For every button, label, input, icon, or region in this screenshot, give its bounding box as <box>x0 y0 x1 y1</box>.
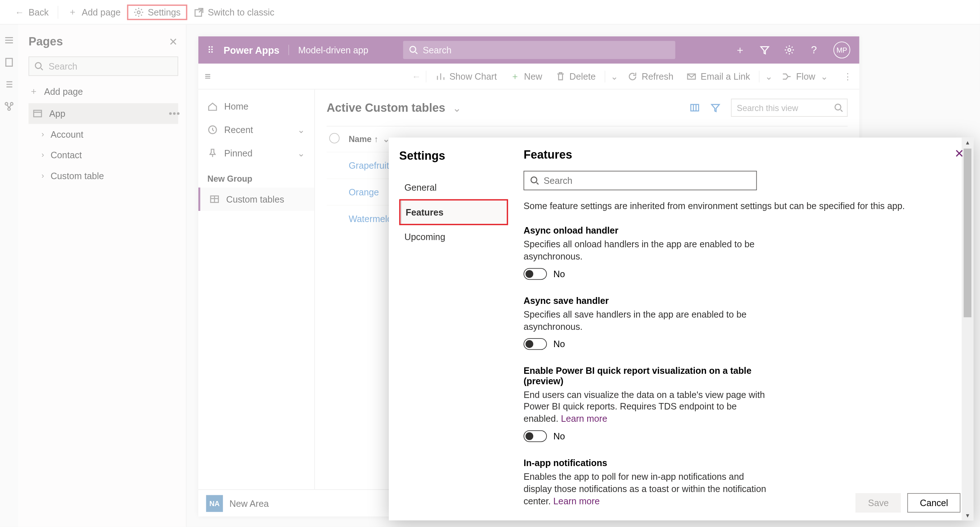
feature-toggle[interactable]: No <box>523 430 770 442</box>
feature-desc: Specifies all save handlers in the app a… <box>523 308 770 333</box>
settings-nav-general[interactable]: General <box>399 176 508 199</box>
scroll-up-icon[interactable]: ▴ <box>966 139 969 146</box>
feature-in-app-notifications: In-app notifications Enables the app to … <box>523 457 770 507</box>
settings-content-title: Features <box>523 148 940 161</box>
scroll-down-icon[interactable]: ▾ <box>966 512 969 519</box>
toggle-value: No <box>554 431 565 442</box>
close-dialog-button[interactable]: ✕ <box>955 147 964 161</box>
settings-nav: Settings General Features Upcoming <box>389 138 508 521</box>
settings-nav-upcoming[interactable]: Upcoming <box>399 225 508 249</box>
save-button: Save <box>856 493 901 513</box>
feature-desc: Specifies all onload handlers in the app… <box>523 238 770 263</box>
feature-powerbi-quick-report: Enable Power BI quick report visualizati… <box>523 365 770 442</box>
feature-toggle[interactable]: No <box>523 338 770 349</box>
feature-async-save: Async save handler Specifies all save ha… <box>523 295 770 350</box>
cancel-button[interactable]: Cancel <box>908 493 961 513</box>
scrollbar-thumb[interactable] <box>964 149 972 317</box>
feature-desc: Enables the app to poll for new in-app n… <box>523 470 770 507</box>
settings-nav-title: Settings <box>399 149 508 163</box>
feature-title: Enable Power BI quick report visualizati… <box>523 365 770 386</box>
feature-async-onload: Async onload handler Specifies all onloa… <box>523 225 770 280</box>
settings-nav-features[interactable]: Features <box>399 199 508 225</box>
features-description: Some feature settings are inherited from… <box>523 200 940 211</box>
learn-more-link[interactable]: Learn more <box>561 414 608 424</box>
feature-title: In-app notifications <box>523 457 770 468</box>
dialog-scrollbar[interactable]: ▴ ▾ <box>962 138 973 521</box>
learn-more-link[interactable]: Learn more <box>554 496 600 506</box>
feature-title: Async save handler <box>523 295 770 306</box>
svg-point-15 <box>531 177 537 183</box>
feature-toggle[interactable]: No <box>523 268 770 279</box>
feature-search <box>523 171 757 190</box>
search-icon <box>530 175 540 186</box>
toggle-value: No <box>554 268 565 279</box>
dialog-footer: Save Cancel <box>856 493 961 513</box>
feature-search-input[interactable] <box>544 175 751 186</box>
feature-desc: End users can visualize the data on a ta… <box>523 388 770 425</box>
settings-content: Features Some feature settings are inher… <box>508 138 955 521</box>
toggle-value: No <box>554 339 565 349</box>
feature-title: Async onload handler <box>523 225 770 236</box>
settings-dialog: Settings General Features Upcoming Featu… <box>389 138 974 521</box>
